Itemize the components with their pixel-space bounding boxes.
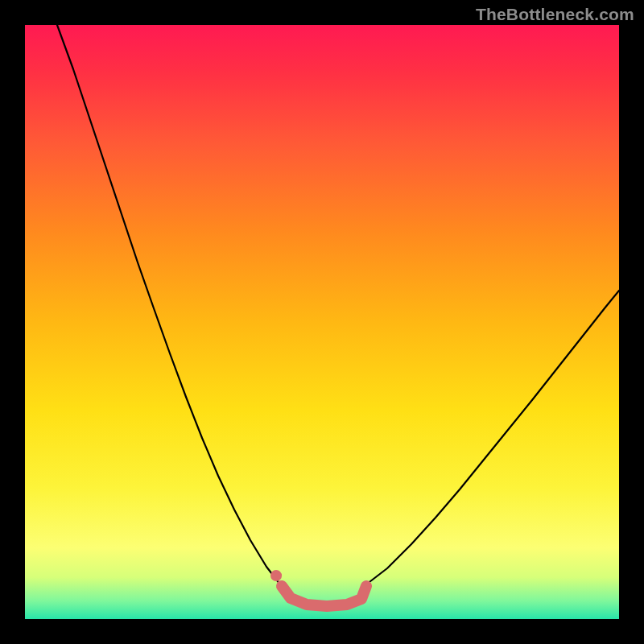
- watermark-text: TheBottleneck.com: [476, 5, 634, 24]
- chart-svg: [25, 25, 619, 619]
- chart-frame: TheBottleneck.com: [0, 0, 644, 644]
- chart-plot-area: [25, 25, 619, 619]
- series-trough-band: [282, 586, 366, 606]
- series-left-arm: [57, 25, 280, 584]
- series-right-arm: [366, 291, 619, 584]
